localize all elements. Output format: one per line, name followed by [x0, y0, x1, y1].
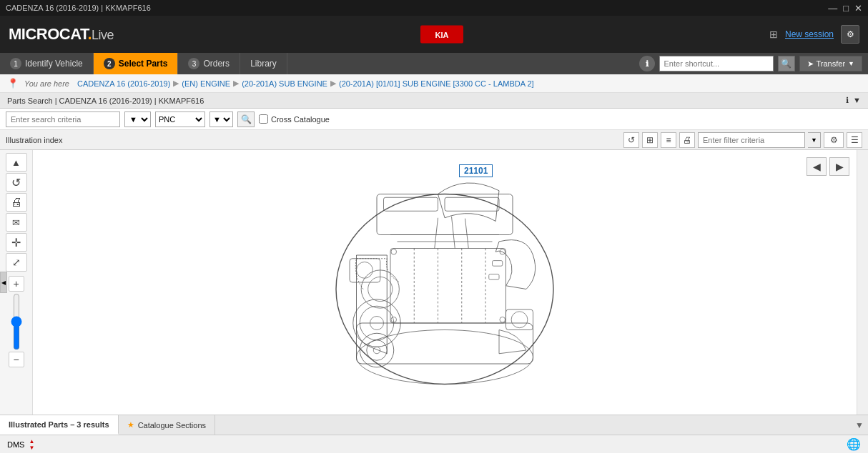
catalogue-sections-label: Catalogue Sections	[138, 421, 206, 430]
status-bar: DMS ▲ ▼ 🌐	[0, 435, 868, 453]
tab-identify-vehicle[interactable]: 1 Identify Vehicle	[0, 53, 94, 74]
cross-catalogue-checkbox[interactable]	[259, 114, 268, 124]
main-content: ◀ ▲ ↺ 🖨 ✉ ✛ ⤢ + − 21101 ◀ ▶	[0, 150, 868, 415]
illustration-options-button[interactable]: ⚙	[824, 132, 844, 148]
transfer-label: Transfer	[817, 59, 846, 68]
svg-rect-13	[390, 249, 506, 324]
parts-filter-icon[interactable]: ▼	[853, 96, 861, 105]
bottom-tabs-right: ▼	[855, 415, 868, 435]
shortcut-input[interactable]	[659, 56, 774, 71]
info-button[interactable]: ℹ	[639, 56, 655, 71]
prev-illustration-button[interactable]: ◀	[807, 157, 827, 176]
svg-point-21	[500, 317, 505, 322]
tab-num-2: 2	[104, 58, 115, 69]
criteria-search-button[interactable]: 🔍	[237, 111, 255, 127]
svg-text:KIA: KIA	[435, 31, 448, 39]
pnc-select[interactable]: PNC	[155, 111, 205, 127]
scroll-up-button[interactable]: ▲	[6, 153, 27, 172]
search-criteria-input[interactable]	[6, 111, 120, 127]
window-controls[interactable]: — □ ✕	[828, 3, 862, 14]
tab-label-identify-vehicle: Identify Vehicle	[25, 59, 83, 69]
fullscreen-button[interactable]: ⤢	[6, 253, 27, 272]
illustration-toolbar-right: ↺ ⊞ ≡ 🖨 ▼ ⚙ ☰	[623, 132, 862, 148]
logo-live: Live	[92, 28, 114, 42]
parts-info-icon[interactable]: ℹ	[846, 96, 849, 105]
tab-catalogue-sections[interactable]: ★ Catalogue Sections	[119, 415, 215, 435]
breadcrumb-sub-engine[interactable]: (20-201A) SUB ENGINE	[242, 79, 327, 88]
svg-rect-4	[384, 197, 438, 211]
next-illustration-button[interactable]: ▶	[829, 157, 849, 176]
maximize-button[interactable]: □	[843, 3, 849, 14]
breadcrumb-sub-engine-detail[interactable]: (20-201A) [01/01] SUB ENGINE [3300 CC - …	[339, 79, 534, 88]
settings-button[interactable]: ⚙	[841, 25, 859, 44]
transfer-dropdown-icon: ▼	[848, 60, 854, 67]
dms-down-arrow[interactable]: ▼	[29, 445, 34, 451]
svg-point-25	[357, 262, 373, 279]
star-icon: ★	[127, 420, 134, 430]
transfer-arrow-icon: ➤	[807, 59, 814, 69]
pan-button[interactable]: ✛	[6, 233, 27, 252]
reset-view-button[interactable]: ↺	[6, 173, 27, 192]
dms-arrows[interactable]: ▲ ▼	[29, 438, 34, 451]
grid-view-button[interactable]: ⊞	[642, 132, 658, 148]
search-controls: ▼ PNC ▼ 🔍 Cross Catalogue	[0, 109, 868, 130]
illustration-menu-button[interactable]: ☰	[847, 132, 862, 148]
tab-illustrated-parts[interactable]: Illustrated Parts – 3 results	[0, 415, 119, 435]
left-collapse-tab[interactable]: ◀	[0, 272, 7, 293]
dms-label: DMS	[7, 440, 24, 449]
pin-icon: 📍	[7, 78, 19, 89]
list-view-button[interactable]: ≡	[661, 132, 676, 148]
refresh-illustration-button[interactable]: ↺	[623, 132, 639, 148]
close-button[interactable]: ✕	[854, 3, 862, 14]
tab-label-library: Library	[250, 59, 277, 69]
illustrated-parts-label: Illustrated Parts – 3 results	[9, 420, 109, 429]
parts-search-label: Parts Search | CADENZA 16 (2016-2019) | …	[7, 96, 204, 105]
collapse-icon[interactable]: ▼	[855, 420, 864, 430]
title-bar: CADENZA 16 (2016-2019) | KKMAPF616 — □ ✕	[0, 0, 868, 16]
svg-point-31	[367, 340, 388, 361]
filter-input[interactable]	[698, 132, 805, 148]
svg-rect-28	[506, 309, 533, 330]
transfer-button[interactable]: ➤ Transfer ▼	[799, 56, 862, 71]
app-header: MICROCAT.Live KIA ⊞ New session ⚙	[0, 16, 868, 53]
filter-dropdown-button[interactable]: ▼	[808, 132, 821, 148]
zoom-in-button[interactable]: +	[9, 276, 24, 292]
dms-up-arrow[interactable]: ▲	[29, 438, 34, 445]
tab-library[interactable]: Library	[240, 53, 287, 74]
svg-point-18	[391, 249, 397, 254]
breadcrumb-engine[interactable]: (EN) ENGINE	[182, 79, 230, 88]
cross-catalogue-text: Cross Catalogue	[271, 115, 330, 124]
tab-select-parts[interactable]: 2 Select Parts	[94, 53, 179, 74]
print-button[interactable]: 🖨	[6, 193, 27, 212]
print-illustration-button[interactable]: 🖨	[679, 132, 695, 148]
part-label[interactable]: 21101	[459, 164, 493, 177]
window-title: CADENZA 16 (2016-2019) | KKMAPF616	[6, 4, 151, 12]
tab-orders[interactable]: 3 Orders	[178, 53, 240, 74]
logo-microcat: MICROCAT.	[9, 25, 92, 43]
zoom-out-button[interactable]: −	[9, 352, 24, 367]
vertical-scrollbar[interactable]	[857, 150, 868, 415]
minimize-button[interactable]: —	[828, 3, 837, 14]
shortcut-search-button[interactable]: 🔍	[778, 56, 795, 71]
globe-icon: 🌐	[847, 438, 861, 450]
new-session-button[interactable]: New session	[785, 29, 834, 39]
dms-section: DMS ▲ ▼	[7, 438, 34, 451]
app-logo: MICROCAT.Live	[9, 25, 114, 44]
breadcrumb-cadenza[interactable]: CADENZA 16 (2016-2019)	[77, 79, 170, 88]
svg-rect-5	[445, 197, 499, 211]
illustration-area: 21101 ◀ ▶	[33, 150, 857, 415]
zoom-slider[interactable]	[11, 293, 22, 350]
zoom-slider-container: + −	[9, 276, 24, 367]
cross-catalogue-label[interactable]: Cross Catalogue	[259, 114, 330, 124]
pnc-dropdown[interactable]: ▼	[209, 111, 233, 127]
search-icon: 🔍	[781, 59, 791, 69]
header-right: ⊞ New session ⚙	[769, 25, 859, 44]
criteria-type-dropdown[interactable]: ▼	[124, 111, 151, 127]
email-button[interactable]: ✉	[6, 213, 27, 232]
svg-point-30	[360, 333, 394, 367]
svg-rect-27	[489, 274, 499, 280]
window-icon: ⊞	[769, 29, 778, 40]
parts-search-bar-right: ℹ ▼	[846, 96, 861, 105]
engine-illustration	[309, 150, 581, 415]
nav-right: ℹ 🔍 ➤ Transfer ▼	[633, 53, 868, 74]
